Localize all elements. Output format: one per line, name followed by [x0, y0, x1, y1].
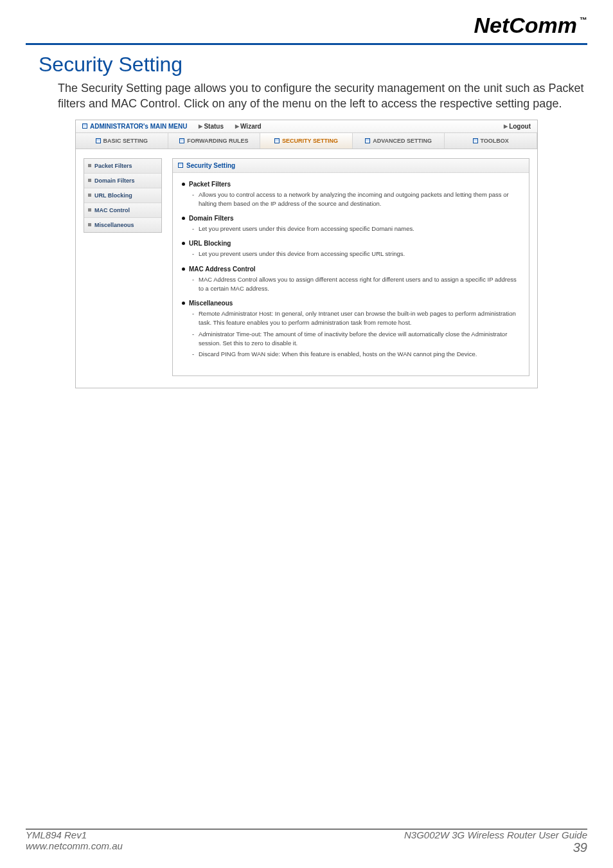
- section-text: Discard PING from WAN side: When this fe…: [192, 350, 520, 359]
- bullet-icon: [88, 179, 91, 182]
- tab-row: BASIC SETTING FORWARDING RULES SECURITY …: [76, 133, 537, 149]
- sidebar-item-packet-filters[interactable]: Packet Filters: [84, 159, 161, 174]
- tab-advanced[interactable]: ADVANCED SETTING: [353, 133, 445, 149]
- wizard-label: Wizard: [240, 123, 262, 130]
- status-link[interactable]: ▶ Status: [199, 123, 224, 130]
- sidebar-item-label: MAC Control: [94, 207, 130, 213]
- section-text: Allows you to control access to a networ…: [192, 190, 520, 209]
- footer-guide: N3G002W 3G Wireless Router User Guide: [404, 829, 587, 840]
- tab-toolbox[interactable]: TOOLBOX: [445, 133, 537, 149]
- bullet-icon: [182, 267, 185, 271]
- page-title: Security Setting: [39, 53, 587, 77]
- bullet-icon: [182, 217, 185, 220]
- side-menu: Packet Filters Domain Filters URL Blocki…: [84, 158, 162, 233]
- section-text: Let you prevent users under this device …: [192, 249, 520, 258]
- tab-icon: [96, 138, 101, 143]
- tab-label: ADVANCED SETTING: [373, 138, 432, 144]
- section-text: Remote Administrator Host: In general, o…: [192, 309, 520, 328]
- section-miscellaneous: Miscellaneous: [182, 300, 520, 307]
- footer-rev: YML894 Rev1: [26, 829, 123, 840]
- content-card: Security Setting Packet Filters Allows y…: [172, 158, 529, 377]
- page-intro: The Security Setting page allows you to …: [58, 80, 587, 112]
- bullet-icon: [88, 164, 91, 167]
- section-domain-filters: Domain Filters: [182, 215, 520, 222]
- brand-name: NetComm: [474, 13, 577, 38]
- tab-basic[interactable]: BASIC SETTING: [76, 133, 168, 149]
- bullet-icon: [88, 223, 91, 226]
- section-title: Domain Filters: [189, 215, 233, 222]
- section-title: Packet Filters: [189, 181, 231, 188]
- admin-screenshot: ADMINISTRATOR's MAIN MENU ▶ Status ▶ Wiz…: [75, 120, 538, 389]
- section-list: Packet Filters Allows you to control acc…: [182, 181, 520, 359]
- card-icon: [178, 163, 183, 168]
- sidebar-item-label: URL Blocking: [94, 192, 132, 199]
- arrow-icon: ▶: [235, 123, 239, 129]
- sidebar-item-label: Miscellaneous: [94, 222, 134, 228]
- section-mac-address-control: MAC Address Control: [182, 266, 520, 273]
- bullet-icon: [88, 208, 91, 212]
- arrow-icon: ▶: [199, 123, 202, 129]
- footer-url: www.netcomm.com.au: [26, 840, 123, 851]
- card-header: Security Setting: [173, 159, 529, 173]
- logout-link[interactable]: ▶ Logout: [504, 123, 531, 130]
- main-menu-label: ADMINISTRATOR's MAIN MENU: [90, 123, 187, 130]
- tab-label: BASIC SETTING: [103, 138, 148, 144]
- sidebar-item-label: Domain Filters: [94, 177, 135, 184]
- page-footer: YML894 Rev1 www.netcomm.com.au N3G002W 3…: [26, 829, 587, 855]
- sidebar-item-domain-filters[interactable]: Domain Filters: [84, 174, 161, 188]
- section-title: MAC Address Control: [189, 266, 256, 273]
- topbar: ADMINISTRATOR's MAIN MENU ▶ Status ▶ Wiz…: [76, 120, 537, 133]
- sidebar-item-label: Packet Filters: [94, 163, 132, 169]
- tab-label: TOOLBOX: [481, 138, 509, 144]
- card-header-label: Security Setting: [186, 162, 235, 169]
- menu-icon: [82, 123, 87, 129]
- bullet-icon: [182, 302, 185, 305]
- arrow-icon: ▶: [504, 123, 508, 129]
- footer-page-number: 39: [404, 840, 587, 855]
- section-packet-filters: Packet Filters: [182, 181, 520, 188]
- tab-forwarding[interactable]: FORWARDING RULES: [168, 133, 261, 149]
- sidebar-item-url-blocking[interactable]: URL Blocking: [84, 188, 161, 203]
- tab-label: SECURITY SETTING: [282, 138, 338, 144]
- section-text: Let you prevent users under this device …: [192, 224, 520, 233]
- tab-security[interactable]: SECURITY SETTING: [260, 133, 353, 149]
- section-title: Miscellaneous: [189, 300, 233, 307]
- tab-icon: [179, 138, 184, 143]
- bullet-icon: [182, 242, 185, 245]
- section-title: URL Blocking: [189, 240, 231, 247]
- header-rule: [26, 43, 587, 45]
- section-text: MAC Address Control allows you to assign…: [192, 275, 520, 294]
- tab-icon: [365, 138, 370, 143]
- wizard-link[interactable]: ▶ Wizard: [235, 123, 262, 130]
- section-text: Administrator Time-out: The amount of ti…: [192, 330, 520, 348]
- logout-label: Logout: [509, 123, 531, 130]
- status-label: Status: [204, 123, 224, 130]
- section-url-blocking: URL Blocking: [182, 240, 520, 247]
- bullet-icon: [88, 194, 91, 197]
- tab-icon: [274, 138, 280, 143]
- bullet-icon: [182, 183, 185, 186]
- tab-icon: [473, 138, 478, 143]
- sidebar-item-miscellaneous[interactable]: Miscellaneous: [84, 218, 161, 232]
- brand-logo: NetComm ™: [474, 13, 587, 38]
- brand-tm: ™: [580, 15, 587, 24]
- main-menu-link[interactable]: ADMINISTRATOR's MAIN MENU: [82, 123, 187, 130]
- sidebar-item-mac-control[interactable]: MAC Control: [84, 203, 161, 218]
- tab-label: FORWARDING RULES: [187, 138, 248, 144]
